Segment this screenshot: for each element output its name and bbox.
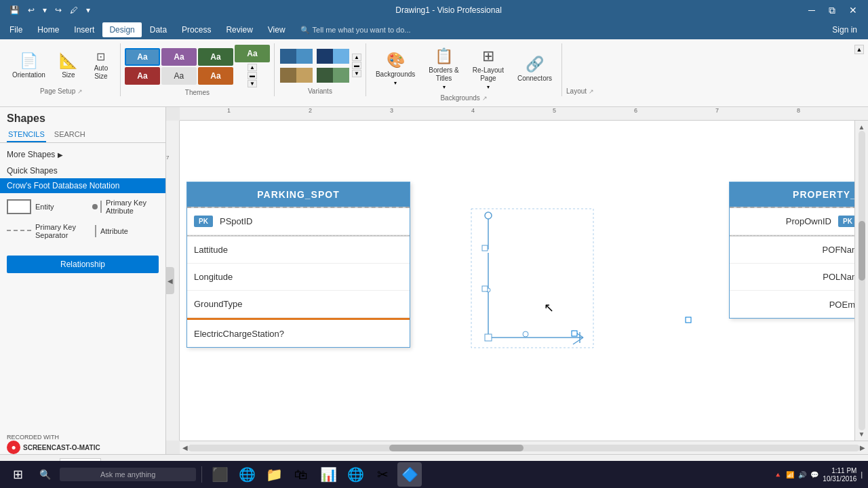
table-parking-spot[interactable]: PARKING_SPOT PK PSpotID Lattitude Longit…: [186, 182, 410, 348]
theme-swatch-7[interactable]: Aa: [235, 45, 270, 62]
theme-swatch-6[interactable]: Aa: [198, 67, 233, 85]
quick-shapes-item[interactable]: Quick Shapes: [0, 163, 165, 178]
variants-scroll-down[interactable]: ▼: [352, 70, 361, 77]
orientation-button[interactable]: 📄 Orientation: [7, 49, 51, 82]
taskbar-app-explorer[interactable]: 📁: [262, 462, 286, 487]
field-poemail[interactable]: POEmail: [730, 291, 868, 318]
variant-swatch-1[interactable]: [279, 47, 314, 65]
maximize-button[interactable]: ⧉: [825, 3, 840, 18]
more-shapes-item[interactable]: More Shapes ▶: [0, 146, 165, 163]
field-longitude[interactable]: Longitude: [187, 264, 410, 291]
pk-badge: PK: [194, 216, 213, 227]
variant-swatch-4[interactable]: [315, 66, 351, 84]
auto-size-button[interactable]: ⊡ AutoSize: [86, 47, 116, 83]
menu-home[interactable]: Home: [31, 22, 66, 37]
title-bar: 💾 ↩ ▾ ↪ 🖊 ▾ Drawing1 - Visio Professiona…: [0, 0, 868, 20]
theme-swatch-4[interactable]: Aa: [125, 67, 160, 85]
start-button[interactable]: ⊞: [5, 462, 30, 487]
menu-process[interactable]: Process: [175, 22, 218, 37]
vertical-scrollbar[interactable]: ▲ ▼: [854, 121, 868, 441]
customize-dropdown-icon[interactable]: ▾: [83, 4, 93, 16]
customize-icon[interactable]: 🖊: [67, 4, 81, 16]
connector-junction-handle: [485, 334, 492, 341]
variants-scroll-up[interactable]: ▲: [352, 54, 361, 61]
search-button[interactable]: 🔍: [33, 462, 57, 487]
stencil-header[interactable]: Crow's Foot Database Notation: [0, 178, 165, 193]
menu-insert[interactable]: Insert: [67, 22, 101, 37]
cursor: ↖: [544, 300, 554, 315]
theme-swatch-1[interactable]: Aa: [125, 48, 160, 66]
themes-scroll-mid[interactable]: ▬: [248, 72, 257, 79]
save-icon[interactable]: 💾: [7, 4, 22, 16]
scroll-down-button[interactable]: ▼: [859, 430, 865, 438]
canvas-content[interactable]: PARKING_SPOT PK PSpotID Lattitude Longit…: [180, 121, 868, 441]
taskbar-hidden-icons[interactable]: 🔺: [774, 471, 782, 479]
taskbar-app-visio[interactable]: 🔷: [397, 462, 422, 487]
close-button[interactable]: ✕: [845, 3, 861, 18]
taskbar-app-ie[interactable]: 🌐: [343, 462, 368, 487]
field-pofname[interactable]: POFName: [730, 237, 868, 264]
minimize-button[interactable]: ─: [804, 3, 819, 18]
shapes-panel: Shapes STENCILS SEARCH More Shapes ▶ Qui…: [0, 107, 166, 454]
ruler-top: 1 2 3 4 5 6 7 8: [180, 107, 868, 121]
connectors-button[interactable]: 🔗 Connectors: [512, 53, 557, 85]
undo-dropdown-icon[interactable]: ▾: [40, 4, 50, 16]
field-propownid[interactable]: PropOwnID PK: [730, 208, 868, 235]
re-layout-page-button[interactable]: ⊞ Re-LayoutPage ▾: [467, 45, 509, 93]
theme-swatch-3[interactable]: Aa: [198, 48, 233, 66]
shape-entity[interactable]: Entity Primary KeyAttribute: [7, 199, 159, 215]
field-electricchargestation[interactable]: ElectricChargeStation?: [187, 320, 410, 347]
scroll-left-button[interactable]: ◀: [182, 444, 188, 451]
taskbar-search[interactable]: Ask me anything: [60, 468, 196, 481]
taskbar-app-snip[interactable]: ✂: [370, 462, 395, 487]
window-controls: ─ ⧉ ✕: [804, 3, 861, 18]
shape-separator[interactable]: Primary KeySeparator Attribute: [7, 223, 159, 239]
taskbar-speaker-icon[interactable]: 🔊: [798, 471, 806, 479]
svg-line-0: [573, 331, 583, 338]
svg-rect-3: [482, 245, 488, 251]
sign-in-button[interactable]: Sign in: [824, 25, 865, 35]
menu-review[interactable]: Review: [219, 22, 259, 37]
variant-swatch-3[interactable]: [279, 66, 314, 84]
tab-stencils[interactable]: STENCILS: [7, 127, 46, 142]
relationship-button[interactable]: Relationship: [7, 256, 159, 273]
menu-data[interactable]: Data: [143, 22, 174, 37]
taskbar-notification-icon[interactable]: 💬: [810, 471, 818, 479]
scroll-right-button[interactable]: ▶: [860, 444, 865, 451]
ribbon-search[interactable]: 🔍 Tell me what you want to do...: [300, 26, 414, 35]
field-polname[interactable]: POLName: [730, 264, 868, 291]
taskbar-app-taskview[interactable]: ⬛: [208, 462, 232, 487]
menu-view[interactable]: View: [261, 22, 292, 37]
undo-icon[interactable]: ↩: [25, 4, 37, 16]
scroll-up-button[interactable]: ▲: [859, 123, 865, 131]
canvas-area[interactable]: 1 2 3 4 5 6 7 8 7: [166, 107, 868, 454]
collapse-ribbon-button[interactable]: ▲: [854, 45, 864, 54]
table-property-c[interactable]: PROPERTY_C PropOwnID PK POFName POLName …: [729, 182, 868, 319]
theme-swatch-2[interactable]: Aa: [161, 48, 197, 66]
taskbar-app-edge[interactable]: 🌐: [235, 462, 259, 487]
theme-swatch-5[interactable]: Aa: [161, 67, 197, 85]
menu-file[interactable]: File: [3, 22, 29, 37]
field-lattitude[interactable]: Lattitude: [187, 237, 410, 264]
tab-search[interactable]: SEARCH: [53, 127, 87, 142]
variant-swatch-2[interactable]: [315, 47, 351, 65]
backgrounds-button[interactable]: 🎨 Backgrounds ▾: [370, 49, 420, 89]
taskbar-network-icon[interactable]: 📶: [786, 471, 794, 479]
field-pspotid[interactable]: PK PSpotID: [187, 208, 410, 235]
size-button[interactable]: 📐 Size: [54, 49, 83, 82]
taskbar-app-powerpoint[interactable]: 📊: [316, 462, 340, 487]
shapes-title: Shapes: [0, 107, 165, 127]
variants-scroll-mid[interactable]: ▬: [352, 62, 361, 69]
collapse-panel-button[interactable]: ◀: [165, 267, 174, 294]
themes-scroll-down[interactable]: ▼: [248, 80, 257, 87]
borders-titles-button[interactable]: 📋 Borders &Titles ▾: [423, 45, 464, 93]
attribute-icon: [95, 225, 96, 237]
themes-scroll-up[interactable]: ▲: [248, 64, 257, 71]
taskbar-app-store[interactable]: 🛍: [289, 462, 313, 487]
taskbar-show-desktop[interactable]: |: [861, 471, 863, 479]
stencil-items: Entity Primary KeyAttribute Primary Key: [0, 193, 165, 253]
menu-design[interactable]: Design: [102, 22, 141, 37]
redo-icon[interactable]: ↪: [52, 4, 64, 16]
horizontal-scrollbar[interactable]: ◀ ▶: [180, 441, 868, 454]
field-groundtype[interactable]: GroundType: [187, 291, 410, 318]
